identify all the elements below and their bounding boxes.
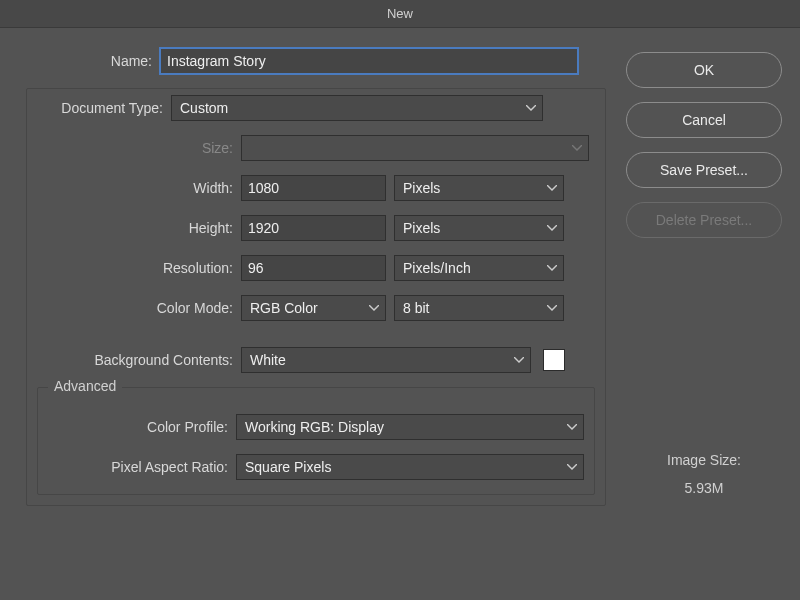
size-row: Size: — [37, 135, 595, 161]
width-unit-select[interactable]: Pixels — [394, 175, 564, 201]
form-column: Name: Document Type: Custom Size: Width: — [12, 48, 606, 506]
resolution-unit-value: Pixels/Inch — [403, 260, 471, 276]
dialog-title: New — [387, 6, 413, 21]
cancel-button[interactable]: Cancel — [626, 102, 782, 138]
width-unit-value: Pixels — [403, 180, 440, 196]
background-contents-label: Background Contents: — [37, 352, 233, 368]
image-size-value: 5.93M — [626, 480, 782, 496]
color-profile-label: Color Profile: — [48, 419, 228, 435]
color-mode-label: Color Mode: — [37, 300, 233, 316]
document-type-row: Document Type: Custom — [37, 95, 595, 121]
dialog-titlebar: New — [0, 0, 800, 28]
height-row: Height: Pixels — [37, 215, 595, 241]
pixel-aspect-ratio-select[interactable]: Square Pixels — [236, 454, 584, 480]
chevron-down-icon — [514, 357, 524, 363]
chevron-down-icon — [369, 305, 379, 311]
delete-preset-button: Delete Preset... — [626, 202, 782, 238]
resolution-label: Resolution: — [37, 260, 233, 276]
document-type-select[interactable]: Custom — [171, 95, 543, 121]
pixel-aspect-ratio-value: Square Pixels — [245, 459, 331, 475]
advanced-fieldset: Advanced Color Profile: Working RGB: Dis… — [37, 387, 595, 495]
save-preset-button[interactable]: Save Preset... — [626, 152, 782, 188]
width-input[interactable] — [241, 175, 386, 201]
chevron-down-icon — [547, 305, 557, 311]
name-input[interactable] — [160, 48, 578, 74]
height-input[interactable] — [241, 215, 386, 241]
chevron-down-icon — [526, 105, 536, 111]
name-row: Name: — [12, 48, 606, 74]
chevron-down-icon — [572, 145, 582, 151]
color-mode-row: Color Mode: RGB Color 8 bit — [37, 295, 595, 321]
ok-button[interactable]: OK — [626, 52, 782, 88]
document-fieldset: Document Type: Custom Size: Width: Pixel… — [26, 88, 606, 506]
chevron-down-icon — [547, 185, 557, 191]
resolution-input[interactable] — [241, 255, 386, 281]
name-label: Name: — [12, 53, 152, 69]
color-mode-value: RGB Color — [250, 300, 318, 316]
bit-depth-value: 8 bit — [403, 300, 429, 316]
pixel-aspect-ratio-label: Pixel Aspect Ratio: — [48, 459, 228, 475]
bit-depth-select[interactable]: 8 bit — [394, 295, 564, 321]
image-size-label: Image Size: — [626, 452, 782, 468]
save-preset-button-label: Save Preset... — [660, 162, 748, 178]
delete-preset-button-label: Delete Preset... — [656, 212, 753, 228]
document-type-label: Document Type: — [37, 100, 163, 116]
size-label: Size: — [37, 140, 233, 156]
color-profile-select[interactable]: Working RGB: Display — [236, 414, 584, 440]
background-contents-value: White — [250, 352, 286, 368]
cancel-button-label: Cancel — [682, 112, 726, 128]
advanced-legend: Advanced — [48, 378, 122, 394]
background-contents-row: Background Contents: White — [37, 347, 595, 373]
chevron-down-icon — [547, 225, 557, 231]
resolution-row: Resolution: Pixels/Inch — [37, 255, 595, 281]
chevron-down-icon — [567, 424, 577, 430]
button-column: OK Cancel Save Preset... Delete Preset..… — [626, 48, 782, 506]
image-size-display: Image Size: 5.93M — [626, 452, 782, 496]
chevron-down-icon — [567, 464, 577, 470]
height-unit-value: Pixels — [403, 220, 440, 236]
color-profile-value: Working RGB: Display — [245, 419, 384, 435]
color-profile-row: Color Profile: Working RGB: Display — [48, 414, 584, 440]
document-type-value: Custom — [180, 100, 228, 116]
width-label: Width: — [37, 180, 233, 196]
size-select — [241, 135, 589, 161]
chevron-down-icon — [547, 265, 557, 271]
dialog-content: Name: Document Type: Custom Size: Width: — [0, 28, 800, 526]
pixel-aspect-ratio-row: Pixel Aspect Ratio: Square Pixels — [48, 454, 584, 480]
height-label: Height: — [37, 220, 233, 236]
background-contents-select[interactable]: White — [241, 347, 531, 373]
ok-button-label: OK — [694, 62, 714, 78]
color-mode-select[interactable]: RGB Color — [241, 295, 386, 321]
height-unit-select[interactable]: Pixels — [394, 215, 564, 241]
background-color-swatch[interactable] — [543, 349, 565, 371]
resolution-unit-select[interactable]: Pixels/Inch — [394, 255, 564, 281]
width-row: Width: Pixels — [37, 175, 595, 201]
